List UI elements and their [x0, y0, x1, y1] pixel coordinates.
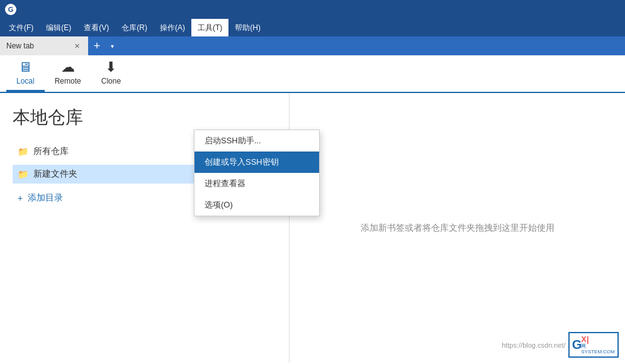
menu-ssh-helper[interactable]: 启动SSH助手...: [194, 130, 319, 152]
toolbar-remote-label: Remote: [55, 77, 81, 85]
menu-item-repo[interactable]: 仓库(R): [115, 19, 154, 36]
menu-ssh-key[interactable]: 创建或导入SSH密钥: [194, 152, 319, 173]
new-tab-button[interactable]: +: [88, 36, 106, 55]
tab-label: New tab: [6, 41, 68, 50]
watermark-g: G: [572, 338, 582, 352]
svg-text:G: G: [8, 6, 14, 13]
toolbar-remote[interactable]: ☁ Remote: [45, 55, 91, 92]
tools-dropdown-menu: 启动SSH助手... 创建或导入SSH密钥 进程查看器 选项(O): [194, 130, 320, 216]
toolbar-clone[interactable]: ⬇ Clone: [91, 55, 131, 92]
toolbar: 🖥 Local ☁ Remote ⬇ Clone: [0, 55, 625, 93]
panel-title: 本地仓库: [13, 106, 276, 130]
tab-close-btn[interactable]: ✕: [72, 41, 82, 51]
local-icon: 🖥: [18, 60, 32, 74]
watermark-url: https://blog.csdn.net/: [502, 341, 566, 349]
tab-bar: New tab ✕ + ▾: [0, 36, 625, 55]
hint-text: 添加新书签或者将仓库文件夹拖拽到这里开始使用: [361, 223, 555, 234]
title-bar: G: [0, 0, 625, 19]
watermark: https://blog.csdn.net/ G X| 网SYSTEM.COM: [502, 332, 619, 358]
menu-item-help[interactable]: 帮助(H): [228, 19, 267, 36]
tab-dropdown-button[interactable]: ▾: [106, 36, 118, 55]
app-logo: G: [5, 4, 16, 15]
toolbar-clone-label: Clone: [101, 77, 121, 85]
menu-item-tools[interactable]: 工具(T): [191, 19, 228, 36]
all-repos-label: 所有仓库: [33, 146, 69, 157]
main-content: 本地仓库 📁 所有仓库 📁 新建文件夹 + 添加目录 添加新书签或者将仓库文件夹…: [0, 93, 625, 363]
plus-icon: +: [18, 193, 23, 203]
menu-options[interactable]: 选项(O): [194, 194, 319, 216]
menu-item-view[interactable]: 查看(V): [77, 19, 115, 36]
clone-icon: ⬇: [105, 60, 116, 74]
menu-item-file[interactable]: 文件(F): [3, 19, 40, 36]
watermark-xi: X| 网SYSTEM.COM: [581, 334, 615, 355]
folder-icon-all: 📁: [18, 146, 28, 157]
tab-newtab[interactable]: New tab ✕: [0, 36, 88, 55]
right-panel: 添加新书签或者将仓库文件夹拖拽到这里开始使用: [290, 93, 625, 363]
add-directory-label: 添加目录: [28, 192, 63, 204]
menu-bar: 文件(F) 编辑(E) 查看(V) 仓库(R) 操作(A) 工具(T) 帮助(H…: [0, 19, 625, 36]
menu-item-edit[interactable]: 编辑(E): [40, 19, 77, 36]
menu-process-viewer[interactable]: 进程查看器: [194, 173, 319, 194]
remote-icon: ☁: [61, 60, 75, 74]
toolbar-local[interactable]: 🖥 Local: [6, 55, 45, 92]
newfolder-label: 新建文件夹: [33, 168, 77, 180]
watermark-logo-box: G X| 网SYSTEM.COM: [568, 332, 619, 358]
toolbar-local-label: Local: [16, 77, 35, 85]
menu-item-action[interactable]: 操作(A): [154, 19, 191, 36]
folder-icon-new: 📁: [18, 169, 28, 179]
